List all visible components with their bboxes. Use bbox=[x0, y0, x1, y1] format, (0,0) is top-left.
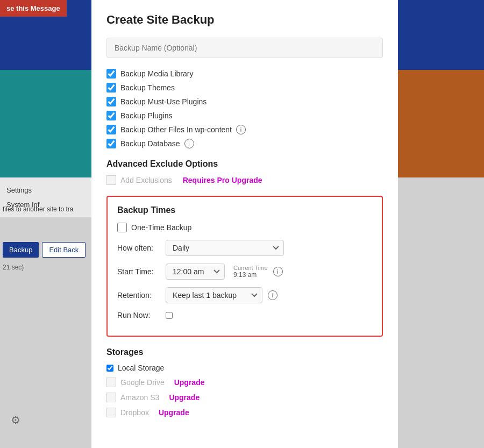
current-time-block: Current Time 9:13 am bbox=[233, 265, 268, 279]
advanced-exclude-section: Advanced Exclude Options Add Exclusions … bbox=[106, 159, 383, 185]
storages-section: Storages Local Storage Google Drive Upgr… bbox=[106, 347, 383, 417]
tab-settings[interactable]: Settings bbox=[0, 183, 91, 197]
other-files-info-icon[interactable]: i bbox=[236, 125, 246, 134]
modal-title: Create Site Backup bbox=[106, 13, 383, 27]
storage-local: Local Storage bbox=[106, 364, 383, 372]
retention-select[interactable]: Keep last 1 backup Keep last 2 backups K… bbox=[166, 287, 262, 303]
one-time-backup-label[interactable]: One-Time Backup bbox=[131, 223, 191, 232]
retention-info-icon[interactable]: i bbox=[268, 290, 277, 300]
run-now-row: Run Now: bbox=[117, 311, 372, 319]
requires-pro-link[interactable]: Requires Pro Upgrade bbox=[183, 176, 262, 184]
start-time-row: Start Time: 12:00 am 1:00 am 2:00 am 6:0… bbox=[117, 264, 372, 280]
checkbox-media-label[interactable]: Backup Media Library bbox=[120, 69, 193, 78]
start-time-select[interactable]: 12:00 am 1:00 am 2:00 am 6:00 am 9:00 am… bbox=[166, 264, 225, 280]
dropbox-upgrade-link[interactable]: Upgrade bbox=[159, 408, 189, 417]
gear-icon[interactable]: ⚙ bbox=[11, 414, 20, 426]
database-info-icon[interactable]: i bbox=[184, 139, 194, 148]
how-often-label: How often: bbox=[117, 244, 160, 252]
backup-button[interactable]: Backup bbox=[3, 242, 39, 258]
current-time-label: Current Time bbox=[233, 265, 268, 271]
checkbox-media-input[interactable] bbox=[106, 69, 116, 79]
start-time-info-icon[interactable]: i bbox=[273, 267, 283, 276]
edit-button[interactable]: Edit Back bbox=[42, 242, 86, 258]
current-time-value: 9:13 am bbox=[233, 271, 257, 279]
checkbox-database-input[interactable] bbox=[106, 139, 116, 148]
checkbox-plugins: Backup Plugins bbox=[106, 111, 383, 120]
checkbox-plugins-input[interactable] bbox=[106, 111, 116, 120]
how-often-select[interactable]: Daily Weekly Monthly Hourly bbox=[166, 240, 284, 256]
checkbox-other-files-input[interactable] bbox=[106, 125, 116, 134]
start-time-label: Start Time: bbox=[117, 267, 160, 276]
storages-heading: Storages bbox=[106, 347, 383, 357]
bg-orange bbox=[390, 70, 484, 177]
storage-s3: Amazon S3 Upgrade bbox=[106, 393, 383, 402]
gdrive-checkbox-disabled bbox=[106, 378, 116, 387]
left-panel-text: files to another site to tra bbox=[3, 204, 91, 214]
checkbox-must-use-plugins-label[interactable]: Backup Must-Use Plugins bbox=[120, 97, 207, 106]
retention-label: Retention: bbox=[117, 291, 160, 300]
add-exclusions-label: Add Exclusions bbox=[120, 176, 172, 184]
gdrive-label: Google Drive bbox=[120, 378, 165, 387]
checkbox-database-label[interactable]: Backup Database bbox=[120, 139, 180, 148]
checkbox-other-files-label[interactable]: Backup Other Files In wp-content bbox=[120, 125, 232, 134]
backup-times-heading: Backup Times bbox=[117, 205, 372, 215]
storage-dropbox: Dropbox Upgrade bbox=[106, 408, 383, 417]
checkbox-themes-label[interactable]: Backup Themes bbox=[120, 83, 175, 92]
checkbox-media: Backup Media Library bbox=[106, 69, 383, 79]
backup-name-input[interactable] bbox=[106, 38, 383, 58]
storage-gdrive: Google Drive Upgrade bbox=[106, 378, 383, 387]
retention-row: Retention: Keep last 1 backup Keep last … bbox=[117, 287, 372, 303]
run-now-checkbox[interactable] bbox=[166, 312, 173, 319]
backup-times-section: Backup Times One-Time Backup How often: … bbox=[106, 196, 383, 337]
dismiss-button[interactable]: se this Message bbox=[0, 0, 67, 17]
add-exclusions-checkbox bbox=[106, 175, 116, 185]
one-time-backup-checkbox[interactable] bbox=[117, 223, 127, 232]
local-storage-label[interactable]: Local Storage bbox=[118, 364, 164, 372]
time-label: 21 sec) bbox=[3, 264, 24, 271]
checkbox-must-use-plugins: Backup Must-Use Plugins bbox=[106, 97, 383, 106]
checkbox-themes: Backup Themes bbox=[106, 83, 383, 93]
backup-options-list: Backup Media Library Backup Themes Backu… bbox=[106, 69, 383, 148]
advanced-exclude-heading: Advanced Exclude Options bbox=[106, 159, 383, 169]
s3-upgrade-link[interactable]: Upgrade bbox=[169, 393, 200, 402]
dropbox-label: Dropbox bbox=[120, 408, 149, 417]
checkbox-themes-input[interactable] bbox=[106, 83, 116, 93]
checkbox-database: Backup Database i bbox=[106, 139, 383, 148]
run-now-label: Run Now: bbox=[117, 311, 160, 319]
one-time-backup-row: One-Time Backup bbox=[117, 223, 372, 232]
checkbox-plugins-label[interactable]: Backup Plugins bbox=[120, 111, 173, 120]
s3-checkbox-disabled bbox=[106, 393, 116, 402]
checkbox-must-use-plugins-input[interactable] bbox=[106, 97, 116, 106]
how-often-row: How often: Daily Weekly Monthly Hourly bbox=[117, 240, 372, 256]
gdrive-upgrade-link[interactable]: Upgrade bbox=[174, 378, 205, 387]
checkbox-other-files: Backup Other Files In wp-content i bbox=[106, 125, 383, 134]
bg-teal bbox=[0, 70, 91, 177]
local-storage-checkbox[interactable] bbox=[106, 365, 113, 372]
dropbox-checkbox-disabled bbox=[106, 408, 116, 417]
modal-dialog: Create Site Backup Backup Media Library … bbox=[91, 0, 398, 448]
s3-label: Amazon S3 bbox=[120, 393, 159, 402]
action-buttons: Backup Edit Back bbox=[3, 242, 86, 258]
